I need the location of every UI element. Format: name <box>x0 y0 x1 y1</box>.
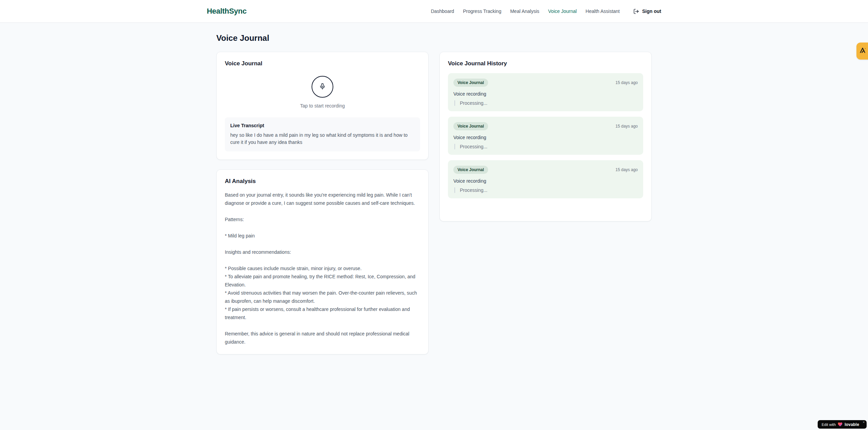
app-logo[interactable]: HealthSync <box>207 7 247 16</box>
entry-type-badge: Voice Journal <box>453 79 488 87</box>
content-grid: Voice Journal Tap to start recording <box>216 52 652 354</box>
recorder-card-title: Voice Journal <box>225 60 420 67</box>
nav-item-meal-analysis[interactable]: Meal Analysis <box>510 9 539 14</box>
live-transcript-text: hey so like I do have a mild pain in my … <box>230 132 415 146</box>
entry-type-badge: Voice Journal <box>453 122 488 130</box>
sign-out-button[interactable]: Sign out <box>633 9 661 14</box>
ai-analysis-title: AI Analysis <box>225 178 420 185</box>
left-column: Voice Journal Tap to start recording <box>216 52 429 354</box>
entry-timestamp: 15 days ago <box>616 80 638 85</box>
voice-journal-history-card: Voice Journal History Voice Journal 15 d… <box>439 52 652 221</box>
history-entry-list: Voice Journal 15 days ago Voice recordin… <box>448 73 643 198</box>
entry-title: Voice recording <box>453 178 638 184</box>
tap-to-record-hint: Tap to start recording <box>300 103 345 109</box>
entry-status: Processing... <box>454 187 638 193</box>
entry-header: Voice Journal 15 days ago <box>453 122 638 130</box>
history-entry[interactable]: Voice Journal 15 days ago Voice recordin… <box>448 73 643 111</box>
microphone-icon <box>319 83 326 91</box>
history-entry[interactable]: Voice Journal 15 days ago Voice recordin… <box>448 117 643 155</box>
main-nav: Dashboard Progress Tracking Meal Analysi… <box>431 9 661 14</box>
nav-item-health-assistant[interactable]: Health Assistant <box>586 9 620 14</box>
page-title: Voice Journal <box>216 33 652 43</box>
ai-analysis-body: Based on your journal entry, it sounds l… <box>225 191 420 346</box>
entry-type-badge: Voice Journal <box>453 166 488 174</box>
entry-status: Processing... <box>454 144 638 149</box>
entry-title: Voice recording <box>453 135 638 140</box>
live-transcript-box: Live Transcript hey so like I do have a … <box>225 117 420 151</box>
edit-with-lovable-badge[interactable]: Edit with lovable × <box>818 420 867 429</box>
recorder-center: Tap to start recording <box>225 73 420 109</box>
entry-title: Voice recording <box>453 91 638 97</box>
entry-status: Processing... <box>454 100 638 106</box>
entry-header: Voice Journal 15 days ago <box>453 79 638 87</box>
nav-item-voice-journal[interactable]: Voice Journal <box>548 9 577 14</box>
sign-out-label: Sign out <box>642 9 661 14</box>
lovable-side-tab[interactable] <box>856 43 868 60</box>
top-navbar: HealthSync Dashboard Progress Tracking M… <box>0 0 868 23</box>
voice-journal-page: Voice Journal Voice Journal <box>216 23 652 354</box>
close-icon[interactable]: × <box>863 421 865 424</box>
entry-header: Voice Journal 15 days ago <box>453 166 638 174</box>
nav-item-progress-tracking[interactable]: Progress Tracking <box>463 9 501 14</box>
gradient-heart-icon <box>838 422 842 427</box>
entry-timestamp: 15 days ago <box>616 167 638 172</box>
navbar-inner: HealthSync Dashboard Progress Tracking M… <box>207 7 661 16</box>
history-entry[interactable]: Voice Journal 15 days ago Voice recordin… <box>448 160 643 198</box>
lovable-brand-label: lovable <box>845 422 859 427</box>
log-out-icon <box>633 9 639 14</box>
voice-recorder-card: Voice Journal Tap to start recording <box>216 52 429 160</box>
history-card-title: Voice Journal History <box>448 60 643 67</box>
lovable-logo-icon <box>859 47 867 55</box>
edit-with-label: Edit with <box>822 423 836 427</box>
nav-item-dashboard[interactable]: Dashboard <box>431 9 454 14</box>
right-column: Voice Journal History Voice Journal 15 d… <box>439 52 652 221</box>
ai-analysis-card: AI Analysis Based on your journal entry,… <box>216 169 429 354</box>
entry-timestamp: 15 days ago <box>616 124 638 129</box>
record-button[interactable] <box>312 76 333 98</box>
live-transcript-title: Live Transcript <box>230 123 415 128</box>
